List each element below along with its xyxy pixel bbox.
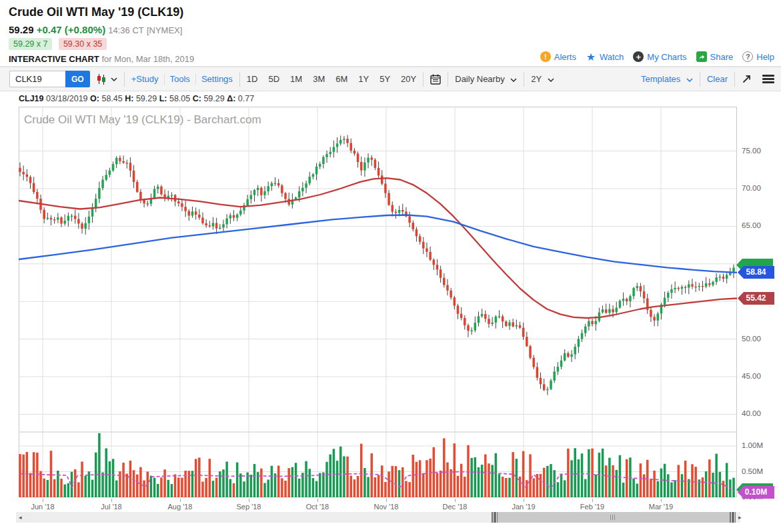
calendar-button[interactable]	[430, 74, 441, 85]
scrollbar-right-handle[interactable]	[730, 512, 736, 523]
share-icon	[696, 51, 707, 62]
quick-links: !Alerts★Watch+My ChartsShare?Help	[540, 51, 774, 62]
time-axis-tick	[592, 499, 593, 502]
expand-chart-button[interactable]	[742, 74, 752, 84]
toolbar-divider	[448, 72, 448, 87]
period-button-1d[interactable]: 1D	[247, 74, 258, 84]
period-button-20y[interactable]: 20Y	[401, 74, 416, 84]
time-axis-label: Jun '18	[19, 503, 66, 511]
volume-badge: 0.10M	[738, 486, 774, 499]
templates-dropdown[interactable]: Templates	[641, 74, 693, 84]
quote-row: 59.29 +0.47 (+0.80%) 14:36 CT [NYMEX]	[9, 24, 182, 35]
time-axis-tick	[180, 499, 181, 502]
price-change: +0.47 (+0.80%)	[37, 24, 105, 35]
frequency-value: Daily Nearby	[455, 74, 504, 84]
chart-toolbar: GO +Study Tools Settings 1D5D1M3M6M1Y5Y2…	[0, 67, 781, 91]
ohlc-readout: CLJ19 03/18/2019 O: 58.45 H: 59.29 L: 58…	[19, 94, 254, 103]
price-axis-label: 65.00	[742, 221, 772, 229]
toolbar-divider	[239, 72, 240, 87]
menu-button[interactable]	[762, 75, 774, 83]
period-button-6m[interactable]: 6M	[335, 74, 347, 84]
calendar-icon	[430, 74, 441, 85]
quick-link-label: Alerts	[554, 52, 576, 62]
period-button-1y[interactable]: 1Y	[358, 74, 369, 84]
page-title: Crude Oil WTI May '19 (CLK19)	[9, 5, 183, 19]
quick-link-label: Watch	[600, 52, 624, 62]
symbol-input[interactable]	[9, 71, 65, 87]
delta-label: Δ:	[227, 94, 235, 103]
time-axis-tick	[43, 499, 43, 502]
scroll-right-arrow[interactable]: ▸	[738, 514, 742, 521]
toolbar-divider	[524, 72, 524, 87]
time-axis-tick	[661, 499, 662, 502]
scrollbar-grip[interactable]	[610, 515, 616, 520]
chart-date-label: for Mon, Mar 18th, 2019	[101, 54, 194, 64]
interactive-chart-label: INTERACTIVE CHART	[9, 54, 99, 64]
time-axis-tick	[455, 499, 456, 502]
ask-size-chip: 59.30 x 35	[59, 38, 107, 50]
time-axis-label: Sep '18	[225, 503, 272, 511]
help-icon: ?	[742, 51, 753, 62]
volume-axis-label: 0.50M	[742, 467, 772, 475]
toolbar-thin-divider	[195, 74, 196, 85]
time-axis-label: Jul '18	[88, 503, 135, 511]
high-value: 59.29	[136, 94, 157, 103]
alerts-link[interactable]: !Alerts	[540, 51, 576, 62]
go-button[interactable]: GO	[65, 71, 90, 87]
time-axis-label: Jan '19	[500, 503, 547, 511]
settings-button[interactable]: Settings	[201, 74, 233, 84]
close-label: C:	[193, 94, 201, 103]
time-axis-label: Aug '18	[157, 503, 203, 511]
price-axis-label: 50.00	[742, 335, 772, 343]
my-charts-link[interactable]: +My Charts	[633, 51, 686, 62]
bid-size-chip: 59.29 x 7	[9, 38, 52, 50]
period-button-5d[interactable]: 5D	[268, 74, 279, 84]
high-label: H:	[125, 94, 133, 103]
low-label: L:	[159, 94, 167, 103]
alert-icon: !	[540, 51, 551, 62]
low-value: 58.05	[169, 94, 190, 103]
barchart-interactive-chart-page: Crude Oil WTI May '19 (CLK19) 59.29 +0.4…	[0, 0, 781, 532]
ma-blue-price-badge: 58.84	[738, 266, 774, 279]
bid-ask-row: 59.29 x 7 59.30 x 35	[9, 38, 111, 50]
scroll-left-arrow[interactable]: ◂	[19, 514, 22, 521]
last-price: 59.29	[9, 24, 34, 35]
star-icon: ★	[586, 51, 596, 62]
price-volume-plot[interactable]	[19, 107, 737, 497]
toolbar-right-group: Templates Clear	[641, 67, 774, 91]
help-link[interactable]: ?Help	[742, 51, 774, 62]
expand-arrow-icon	[742, 74, 752, 84]
candlestick-type-icon	[96, 73, 107, 85]
tools-button[interactable]: Tools	[170, 74, 190, 84]
frequency-dropdown[interactable]: Daily Nearby	[455, 74, 517, 84]
scrollbar-left-handle[interactable]	[492, 512, 498, 523]
chevron-down-icon	[548, 78, 554, 82]
period-buttons: 1D5D1M3M6M1Y5Y20Y	[247, 74, 416, 84]
clear-button[interactable]: Clear	[707, 74, 728, 84]
toolbar-divider	[700, 72, 700, 87]
period-button-3m[interactable]: 3M	[313, 74, 325, 84]
add-study-button[interactable]: +Study	[131, 74, 159, 84]
time-axis-label: Feb '19	[569, 503, 616, 511]
quick-link-label: Help	[756, 52, 774, 62]
price-axis-label: 70.00	[742, 184, 772, 192]
period-button-5y[interactable]: 5Y	[379, 74, 390, 84]
toolbar-divider	[734, 72, 735, 87]
share-link[interactable]: Share	[696, 51, 734, 62]
price-axis-label: 45.00	[742, 372, 772, 380]
period-button-1m[interactable]: 1M	[290, 74, 302, 84]
plus-circle-icon: +	[633, 51, 644, 62]
range-dropdown[interactable]: 2Y	[531, 74, 554, 84]
chart-type-button[interactable]	[96, 73, 117, 85]
toolbar-thin-divider	[164, 74, 165, 85]
watch-link[interactable]: ★Watch	[586, 51, 624, 62]
exchange-label: [NYMEX]	[147, 25, 182, 35]
quick-link-label: Share	[710, 52, 734, 62]
toolbar-divider	[423, 72, 424, 87]
ohlc-symbol: CLJ19	[19, 94, 44, 103]
time-axis-tick	[317, 499, 318, 502]
quick-link-label: My Charts	[647, 52, 686, 62]
volume-axis-label: 1.00M	[742, 441, 772, 449]
chart-scrollbar[interactable]	[16, 512, 740, 523]
chart-area[interactable]: Crude Oil WTI May '19 (CLK19) - Barchart…	[0, 105, 781, 532]
